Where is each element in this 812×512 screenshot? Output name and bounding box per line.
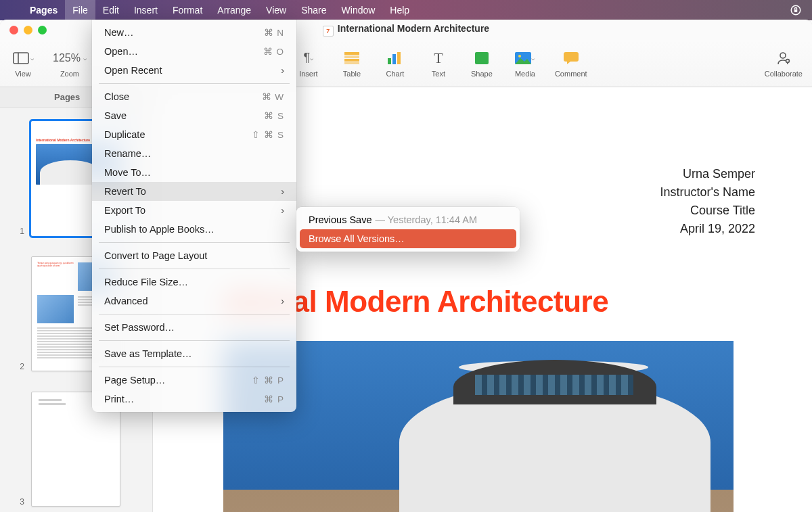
toolbar-insert[interactable]: ¶ ⌵ Insert	[295, 49, 322, 78]
file-menu-dropdown: New…⌘ N Open…⌘ O Open Recent› Close⌘ W S…	[92, 20, 296, 412]
menubar-format[interactable]: Format	[165, 0, 210, 20]
view-icon: ⌵	[13, 49, 34, 67]
shortcut: ⇧ ⌘ S	[252, 129, 284, 140]
menu-separator	[99, 340, 290, 341]
pilcrow-icon: ¶ ⌵	[304, 49, 314, 67]
toolbar-text[interactable]: T Text	[425, 49, 452, 78]
toolbar-collaborate[interactable]: Collaborate	[765, 49, 803, 78]
submenu-browse-label: Browse All Versions…	[309, 233, 405, 244]
toolbar-zoom[interactable]: 125%⌵ Zoom	[53, 49, 87, 78]
menu-close[interactable]: Close⌘ W	[92, 87, 296, 106]
toolbar-comment[interactable]: Comment	[555, 49, 587, 78]
chevron-right-icon: ›	[281, 205, 284, 216]
page-number: 3	[18, 497, 24, 507]
toolbar-text-label: Text	[432, 70, 445, 78]
chevron-down-icon: ⌵	[30, 55, 34, 62]
toolbar-chart[interactable]: Chart	[382, 49, 409, 78]
toolbar-media[interactable]: ⌵ Media	[512, 49, 539, 78]
zoom-value: 125%	[53, 52, 81, 64]
menu-rename[interactable]: Rename…	[92, 144, 296, 163]
menu-set-password[interactable]: Set Password…	[92, 318, 296, 337]
page-number: 1	[18, 227, 24, 236]
svg-rect-4	[344, 52, 359, 55]
menubar-view[interactable]: View	[258, 0, 294, 20]
shortcut: ⌘ W	[262, 91, 285, 102]
toolbar-comment-label: Comment	[555, 70, 587, 78]
toolbar-collaborate-label: Collaborate	[765, 70, 803, 78]
svg-rect-6	[344, 59, 359, 62]
svg-rect-1	[794, 9, 798, 12]
menu-publish[interactable]: Publish to Apple Books…	[92, 220, 296, 239]
toolbar-view-label: View	[15, 70, 31, 78]
document-header-block: Urna Semper Instructor's Name Course Tit…	[660, 165, 755, 238]
chevron-right-icon: ›	[281, 296, 284, 306]
revert-to-submenu: Previous Save — Yesterday, 11:44 AM Brow…	[296, 207, 520, 252]
toolbar-view[interactable]: ⌵ View	[9, 49, 37, 78]
collaborate-icon	[776, 49, 791, 67]
menu-save-template[interactable]: Save as Template…	[92, 344, 296, 363]
menu-separator	[99, 242, 290, 243]
menu-new[interactable]: New…⌘ N	[92, 23, 296, 42]
menu-advanced[interactable]: Advanced›	[92, 292, 296, 310]
menubar-help[interactable]: Help	[382, 0, 417, 20]
menu-convert[interactable]: Convert to Page Layout	[92, 246, 296, 265]
doc-author: Urna Semper	[660, 165, 755, 183]
svg-rect-11	[475, 52, 489, 64]
menu-print[interactable]: Print…⌘ P	[92, 390, 296, 409]
chart-icon	[388, 49, 403, 67]
toolbar-table-label: Table	[343, 70, 361, 78]
svg-rect-14	[564, 52, 579, 62]
shortcut: ⇧ ⌘ P	[252, 375, 284, 386]
chevron-right-icon: ›	[281, 186, 284, 197]
doc-instructor: Instructor's Name	[660, 183, 755, 202]
menu-open[interactable]: Open…⌘ O	[92, 42, 296, 61]
toolbar-chart-label: Chart	[386, 70, 404, 78]
menubar-share[interactable]: Share	[294, 0, 334, 20]
menu-reduce-size[interactable]: Reduce File Size…	[92, 273, 296, 292]
lock-icon[interactable]	[790, 4, 802, 16]
submenu-previous-save[interactable]: Previous Save — Yesterday, 11:44 AM	[300, 210, 516, 229]
menu-move-to[interactable]: Move To…	[92, 163, 296, 182]
menu-revert-to[interactable]: Revert To›	[92, 182, 296, 201]
text-icon: T	[434, 49, 443, 67]
menu-save[interactable]: Save⌘ S	[92, 106, 296, 125]
toolbar-insert-label: Insert	[299, 70, 318, 78]
chevron-down-icon: ⌵	[83, 55, 87, 62]
svg-rect-8	[388, 58, 391, 64]
document-hero-image	[223, 341, 734, 512]
menubar-insert[interactable]: Insert	[127, 0, 165, 20]
shortcut: ⌘ S	[264, 110, 284, 121]
macos-menubar: Pages File Edit Insert Format Arrange Vi…	[0, 0, 812, 20]
submenu-previous-save-detail: — Yesterday, 11:44 AM	[376, 214, 477, 225]
table-icon	[344, 49, 359, 67]
window-title-text: International Modern Architecture	[338, 23, 489, 34]
submenu-browse-all-versions[interactable]: Browse All Versions…	[300, 229, 516, 248]
menubar-window[interactable]: Window	[334, 0, 383, 20]
menu-export-to[interactable]: Export To›	[92, 201, 296, 220]
menubar-arrange[interactable]: Arrange	[210, 0, 258, 20]
media-icon: ⌵	[515, 49, 535, 67]
menu-page-setup[interactable]: Page Setup…⇧ ⌘ P	[92, 371, 296, 390]
menu-separator	[99, 83, 290, 84]
toolbar-shape[interactable]: Shape	[468, 49, 495, 78]
chevron-down-icon: ⌵	[531, 55, 535, 62]
menu-duplicate[interactable]: Duplicate⇧ ⌘ S	[92, 125, 296, 144]
menu-separator	[99, 367, 290, 367]
toolbar-table[interactable]: Table	[338, 49, 365, 78]
comment-icon	[564, 49, 579, 67]
menubar-edit[interactable]: Edit	[95, 0, 127, 20]
toolbar-zoom-label: Zoom	[60, 70, 79, 78]
document-icon: 7	[323, 26, 334, 37]
shortcut: ⌘ O	[263, 46, 284, 57]
menubar-file[interactable]: File	[65, 0, 95, 20]
submenu-previous-save-label: Previous Save	[309, 214, 372, 225]
svg-point-13	[518, 55, 521, 57]
menubar-app[interactable]: Pages	[22, 0, 65, 20]
svg-rect-2	[14, 53, 28, 64]
svg-rect-5	[344, 55, 359, 58]
chevron-right-icon: ›	[281, 65, 284, 76]
menu-open-recent[interactable]: Open Recent›	[92, 61, 296, 80]
menu-separator	[99, 269, 290, 269]
toolbar-shape-label: Shape	[471, 70, 493, 78]
svg-rect-10	[397, 52, 401, 64]
